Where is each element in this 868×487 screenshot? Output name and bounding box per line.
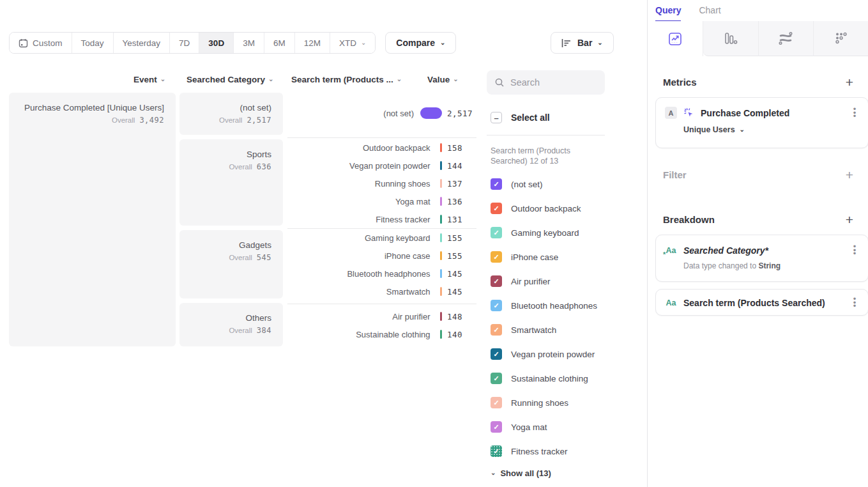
query-sidebar: Query Chart bbox=[647, 0, 868, 487]
date-xtd-button[interactable]: XTD ⌄ bbox=[330, 33, 375, 53]
category-box-sports[interactable]: Sports Overall636 bbox=[179, 139, 283, 226]
date-custom-button[interactable]: Custom bbox=[10, 33, 72, 53]
legend-item[interactable]: ✓ Smartwatch bbox=[491, 324, 556, 336]
legend-item[interactable]: ✓ iPhone case bbox=[491, 251, 558, 263]
checkbox[interactable]: ✓ bbox=[491, 203, 502, 214]
overall-label: Overall bbox=[112, 116, 135, 124]
kebab-menu-icon[interactable]: ••• bbox=[850, 297, 859, 309]
legend-search bbox=[487, 70, 605, 95]
column-header-value[interactable]: Value⌄ bbox=[427, 75, 459, 84]
value-row[interactable]: Gaming keyboard 155 bbox=[287, 229, 476, 247]
chevron-down-icon: ⌄ bbox=[397, 75, 402, 82]
legend-item[interactable]: ✓ Vegan protein powder bbox=[491, 348, 595, 360]
tab-retention[interactable] bbox=[813, 21, 868, 56]
breakdown-card-search-term[interactable]: Aa Search term (Products Searched) ••• bbox=[655, 289, 868, 316]
funnels-icon bbox=[723, 31, 738, 45]
checkbox[interactable]: ✓ bbox=[491, 251, 502, 263]
date-7d-button[interactable]: 7D bbox=[170, 33, 199, 53]
value-row[interactable]: Running shoes 137 bbox=[287, 174, 476, 192]
category-box-gadgets[interactable]: Gadgets Overall545 bbox=[179, 230, 283, 298]
value-bar bbox=[440, 215, 443, 224]
legend-item[interactable]: ✓ Sustainable clothing bbox=[491, 373, 588, 384]
tab-chart[interactable]: Chart bbox=[699, 5, 720, 22]
chevron-down-icon: ⌄ bbox=[597, 39, 602, 46]
date-12m-button[interactable]: 12M bbox=[295, 33, 330, 53]
metric-card[interactable]: A Purchase Completed ••• Unique Users ⌄ bbox=[655, 97, 868, 148]
date-3m-button[interactable]: 3M bbox=[234, 33, 264, 53]
checkbox[interactable]: ✓ bbox=[491, 300, 502, 311]
add-metric-button[interactable]: + bbox=[846, 75, 853, 89]
search-input[interactable] bbox=[510, 77, 600, 88]
value-row[interactable]: Vegan protein powder 144 bbox=[287, 157, 476, 174]
flows-icon bbox=[778, 31, 793, 45]
checkbox[interactable]: ✓ bbox=[491, 348, 502, 360]
value-bar bbox=[440, 269, 443, 278]
checkbox[interactable]: ✓ bbox=[491, 227, 502, 238]
value-bar bbox=[440, 287, 443, 296]
breakdown-name: Searched Category* bbox=[683, 245, 844, 256]
value-group-sports: Outdoor backpack 158 Vegan protein powde… bbox=[287, 139, 476, 228]
group-divider bbox=[287, 137, 476, 138]
checkbox[interactable]: ✓ bbox=[491, 421, 502, 433]
select-all-row[interactable]: – Select all bbox=[491, 112, 550, 123]
event-box[interactable]: Purchase Completed [Unique Users] Overal… bbox=[9, 93, 176, 346]
value-row[interactable]: Yoga mat 136 bbox=[287, 192, 476, 210]
breakdown-section-header: Breakdown + bbox=[663, 213, 853, 226]
value-row[interactable]: Smartwatch 145 bbox=[287, 282, 476, 300]
breakdown-card-searched-category[interactable]: Aa* Searched Category* ••• Data type cha… bbox=[655, 235, 868, 282]
date-yesterday-button[interactable]: Yesterday bbox=[114, 33, 171, 53]
metric-name: Purchase Completed bbox=[701, 108, 844, 118]
value-row[interactable]: Air purifier 148 bbox=[287, 307, 476, 325]
date-today-button[interactable]: Today bbox=[72, 33, 114, 53]
legend-item[interactable]: ✓ Yoga mat bbox=[491, 421, 547, 433]
checkbox[interactable]: ✓ bbox=[491, 373, 502, 384]
add-filter-button[interactable]: + bbox=[846, 168, 853, 182]
checkbox[interactable]: ✓ bbox=[491, 324, 502, 336]
tab-flows[interactable] bbox=[758, 21, 814, 56]
select-all-checkbox[interactable]: – bbox=[491, 112, 502, 123]
value-row[interactable]: Fitness tracker 131 bbox=[287, 210, 476, 228]
checkbox[interactable]: ✓ bbox=[491, 397, 502, 408]
legend-item[interactable]: ✓ Air purifier bbox=[491, 275, 551, 287]
compare-button[interactable]: Compare ⌄ bbox=[385, 32, 456, 54]
column-header-search-term[interactable]: Search term (Products ...⌄ bbox=[291, 75, 402, 84]
column-header-searched-category[interactable]: Searched Category⌄ bbox=[187, 75, 273, 84]
legend-item[interactable]: ✓ Running shoes bbox=[491, 397, 568, 408]
tab-insights[interactable] bbox=[648, 21, 703, 56]
legend-item[interactable]: ✓ Outdoor backpack bbox=[491, 203, 581, 214]
tab-funnels[interactable] bbox=[703, 21, 758, 56]
legend-item[interactable]: ✓ (not set) bbox=[491, 178, 543, 190]
show-all-button[interactable]: ⌄ Show all (13) bbox=[491, 468, 551, 478]
metric-letter-badge: A bbox=[665, 107, 677, 119]
add-breakdown-button[interactable]: + bbox=[846, 213, 853, 226]
date-6m-button[interactable]: 6M bbox=[264, 33, 295, 53]
category-box-others[interactable]: Others Overall384 bbox=[179, 303, 283, 346]
legend-item[interactable]: ✓ Bluetooth headphones bbox=[491, 300, 597, 311]
legend-item[interactable]: ✓ Gaming keyboard bbox=[491, 227, 579, 238]
date-30d-button[interactable]: 30D bbox=[199, 33, 234, 53]
checkbox[interactable]: ✓ bbox=[491, 178, 502, 190]
value-row[interactable]: Outdoor backpack 158 bbox=[287, 139, 476, 157]
legend-item[interactable]: ✓ Fitness tracker bbox=[491, 445, 568, 457]
value-row[interactable]: Sustainable clothing 140 bbox=[287, 325, 476, 343]
report-type-tabs bbox=[648, 21, 868, 56]
chevron-down-icon: ⌄ bbox=[491, 469, 496, 476]
value-row[interactable]: (not set) 2,517 bbox=[287, 104, 476, 122]
tab-query[interactable]: Query bbox=[655, 5, 681, 22]
category-box-not-set[interactable]: (not set) Overall2,517 bbox=[179, 93, 283, 135]
value-bar bbox=[440, 179, 443, 188]
checkbox[interactable]: ✓ bbox=[491, 275, 502, 287]
value-row[interactable]: iPhone case 155 bbox=[287, 247, 476, 265]
value-bar bbox=[440, 251, 443, 260]
value-row[interactable]: Bluetooth headphones 145 bbox=[287, 265, 476, 282]
value-bar bbox=[440, 197, 443, 206]
metric-aggregation[interactable]: Unique Users ⌄ bbox=[656, 119, 868, 143]
filter-title: Filter bbox=[663, 169, 687, 180]
panel-divider bbox=[487, 135, 605, 135]
column-header-event[interactable]: Event⌄ bbox=[133, 75, 165, 84]
kebab-menu-icon[interactable]: ••• bbox=[850, 107, 859, 119]
legend-list-label: Search term (Products Searched) 12 of 13 bbox=[491, 146, 604, 167]
checkbox[interactable]: ✓ bbox=[491, 445, 502, 457]
kebab-menu-icon[interactable]: ••• bbox=[850, 245, 859, 256]
chart-type-select[interactable]: Bar ⌄ bbox=[551, 32, 614, 54]
